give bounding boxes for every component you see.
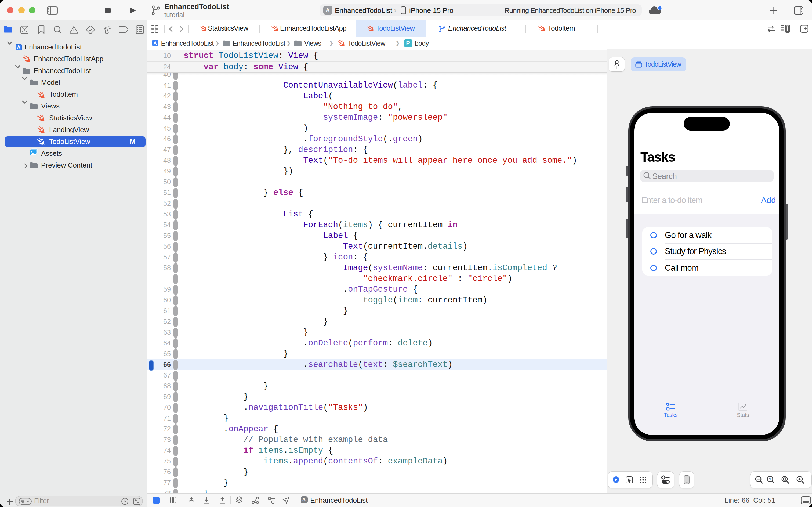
svg-text:1: 1 (769, 477, 771, 481)
